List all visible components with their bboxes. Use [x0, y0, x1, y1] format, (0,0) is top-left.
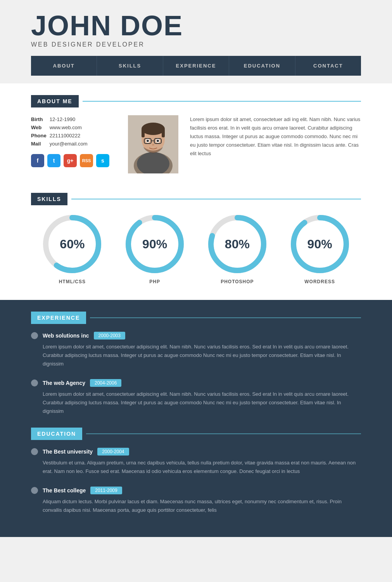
experience-header-1: The web Agency 2004-2006: [31, 379, 361, 387]
about-section: ABOUT ME Birth 12-12-1990 Web www.web.co…: [0, 83, 392, 185]
about-title-wrap: ABOUT ME: [31, 95, 361, 107]
nav-about[interactable]: ABOUT: [31, 56, 97, 76]
skill-label-3: WORDRESS: [289, 279, 351, 284]
nav-experience[interactable]: EXPERIENCE: [163, 56, 229, 76]
about-title-line: [83, 101, 361, 102]
twitter-icon[interactable]: t: [47, 154, 60, 167]
skills-title-line: [71, 199, 361, 199]
skill-item-photoshop: 80% PHOTOSHOP: [206, 213, 268, 284]
header: JOHN DOE WEB DESIGNER DEVELOPER: [0, 0, 392, 56]
rss-icon[interactable]: RSS: [80, 154, 93, 167]
experience-title: EXPERIENCE: [31, 312, 86, 324]
web-label: Web: [31, 123, 50, 132]
mail-label: Mail: [31, 140, 50, 148]
nav-education[interactable]: EDUCATION: [229, 56, 295, 76]
experience-desc-1: Lorem ipsum dolor sit amet, consectetuer…: [43, 390, 361, 416]
donut-1: 90%: [124, 213, 186, 275]
skills-title: SKILLS: [31, 193, 67, 205]
svg-point-13: [157, 140, 159, 142]
education-items: The Best university 2000-2004 Vestibulum…: [31, 448, 361, 514]
skill-label-1: PHP: [124, 279, 186, 284]
donut-percent-2: 80%: [225, 237, 250, 251]
birth-row: Birth 12-12-1990: [31, 115, 90, 123]
about-title: ABOUT ME: [31, 95, 79, 107]
education-desc-0: Vestibulum et urna. Aliquam pretium, urn…: [43, 459, 361, 476]
education-title-wrap: EDUCATION: [31, 428, 361, 440]
birth-value: 12-12-1990: [50, 115, 91, 123]
svg-point-4: [142, 123, 165, 135]
svg-rect-5: [142, 129, 145, 137]
experience-item-0: Web solutions inc 2000-2003 Lorem ipsum …: [31, 332, 361, 368]
phone-row: Phone 22111000222: [31, 132, 90, 140]
web-value: www.web.com: [50, 123, 91, 132]
education-company-0: The Best university: [43, 449, 93, 455]
experience-date-0: 2000-2003: [94, 332, 125, 340]
skill-label-2: PHOTOSHOP: [206, 279, 268, 284]
education-date-0: 2000-2004: [97, 448, 129, 456]
full-name: JOHN DOE: [31, 12, 361, 40]
skills-title-wrap: SKILLS: [31, 193, 361, 205]
mail-value: your@email.com: [50, 140, 91, 148]
about-table: Birth 12-12-1990 Web www.web.com Phone 2…: [31, 115, 90, 148]
social-icons: f t g+ RSS s: [31, 154, 116, 167]
about-info: Birth 12-12-1990 Web www.web.com Phone 2…: [31, 115, 116, 173]
experience-company-1: The web Agency: [43, 380, 85, 386]
phone-label: Phone: [31, 132, 50, 140]
donut-2: 80%: [206, 213, 268, 275]
skype-icon[interactable]: s: [96, 154, 109, 167]
education-item-0: The Best university 2000-2004 Vestibulum…: [31, 448, 361, 476]
edu-dot-1: [31, 487, 38, 494]
experience-title-wrap: EXPERIENCE: [31, 312, 361, 324]
timeline-dot-1: [31, 379, 38, 386]
svg-point-12: [147, 140, 149, 142]
education-title: EDUCATION: [31, 428, 82, 440]
skill-item-wordress: 90% WORDRESS: [289, 213, 351, 284]
donut-percent-3: 90%: [307, 237, 332, 251]
svg-point-14: [152, 144, 154, 146]
experience-desc-0: Lorem ipsum dolor sit amet, consectetuer…: [43, 343, 361, 368]
education-company-1: The Best college: [43, 487, 86, 494]
photo-image: [128, 115, 178, 173]
facebook-icon[interactable]: f: [31, 154, 44, 167]
about-bio: Lorem ipsum dolor sit amet, consectetuer…: [190, 115, 361, 173]
web-row: Web www.web.com: [31, 123, 90, 132]
donut-0: 60%: [41, 213, 103, 275]
edu-dot-0: [31, 448, 38, 455]
timeline-dot-0: [31, 332, 38, 339]
donut-percent-1: 90%: [142, 237, 167, 251]
skill-item-htmlcss: 60% HTML/CSS: [41, 213, 103, 284]
phone-value: 22111000222: [50, 132, 91, 140]
mail-row: Mail your@email.com: [31, 140, 90, 148]
experience-company-0: Web solutions inc: [43, 333, 89, 339]
experience-header-0: Web solutions inc 2000-2003: [31, 332, 361, 340]
education-header-1: The Best college 2011-2009: [31, 487, 361, 494]
nav-skills[interactable]: SKILLS: [97, 56, 163, 76]
navigation: ABOUT SKILLS EXPERIENCE EDUCATION CONTAC…: [31, 56, 361, 76]
skill-item-php: 90% PHP: [124, 213, 186, 284]
experience-item-1: The web Agency 2004-2006 Lorem ipsum dol…: [31, 379, 361, 416]
birth-label: Birth: [31, 115, 50, 123]
education-title-line: [86, 433, 361, 434]
nav-contact[interactable]: CONTACT: [295, 56, 361, 76]
googleplus-icon[interactable]: g+: [64, 154, 77, 167]
job-title: WEB DESIGNER DEVELOPER: [31, 41, 361, 48]
education-header-0: The Best university 2000-2004: [31, 448, 361, 456]
svg-rect-6: [162, 129, 165, 137]
skills-charts: 60% HTML/CSS 90% PHP 80% PHOTOSHOP 90% W…: [31, 213, 361, 284]
donut-3: 90%: [289, 213, 351, 275]
education-date-1: 2011-2009: [90, 487, 122, 494]
experience-section: EXPERIENCE Web solutions inc 2000-2003 L…: [0, 300, 392, 537]
donut-percent-0: 60%: [60, 237, 85, 251]
about-content: Birth 12-12-1990 Web www.web.com Phone 2…: [31, 115, 361, 173]
experience-items: Web solutions inc 2000-2003 Lorem ipsum …: [31, 332, 361, 416]
profile-photo: [128, 115, 178, 173]
experience-date-1: 2004-2006: [90, 379, 121, 387]
skills-section: SKILLS 60% HTML/CSS 90% PHP 80% PHOTOSHO…: [0, 185, 392, 300]
experience-title-line: [90, 317, 361, 318]
education-item-1: The Best college 2011-2009 Aliquam dictu…: [31, 487, 361, 514]
education-desc-1: Aliquam dictum lectus. Morbi pulvinar la…: [43, 497, 361, 514]
skill-label-0: HTML/CSS: [41, 279, 103, 284]
